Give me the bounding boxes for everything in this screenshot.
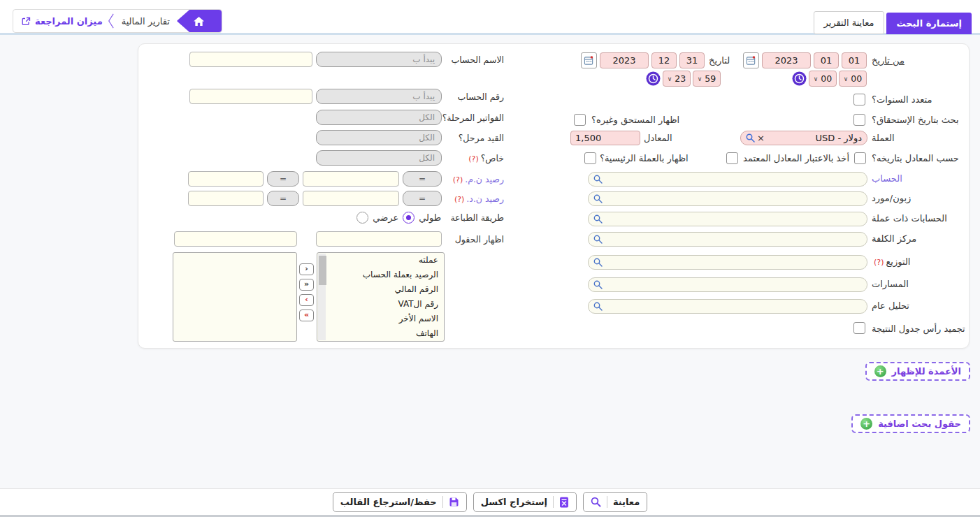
tab-report-preview[interactable]: معاينة التقرير [814, 11, 885, 34]
move-all-left-button[interactable]: « [299, 279, 314, 291]
multi-years-checkbox[interactable] [853, 94, 865, 105]
external-link-icon[interactable] [22, 17, 31, 26]
paths-label: المسارات [872, 279, 909, 289]
from-calendar-button[interactable] [743, 52, 759, 68]
freeze-result-header-checkbox[interactable] [853, 322, 865, 334]
list-item[interactable]: عملته [326, 253, 444, 268]
list-item[interactable]: الرقم المالي [326, 282, 444, 297]
search-icon[interactable] [593, 175, 603, 184]
by-equivalent-date-checkbox[interactable] [854, 152, 866, 164]
due-date-search-checkbox[interactable] [853, 114, 865, 126]
to-calendar-button[interactable] [581, 52, 597, 68]
balance-nm-value2-input[interactable] [188, 171, 264, 187]
show-main-currency-label: اظهار بالعملة الرئيسية؟ [600, 153, 689, 163]
search-form-panel: من تاريخ 01 01 2023 00∨ 00∨ [138, 43, 970, 349]
balance-nm-operator1-select[interactable]: = [403, 171, 442, 187]
breadcrumb-section[interactable]: تقارير المالية [119, 16, 173, 27]
help-hint[interactable]: (?) [453, 175, 463, 184]
divider [607, 496, 607, 508]
to-day-input[interactable]: 31 [679, 52, 705, 68]
account-name-match-select[interactable]: يبدأ ب [316, 52, 442, 67]
balance-nd-value1-input[interactable] [303, 191, 399, 206]
from-time-clock-button[interactable] [792, 71, 807, 86]
show-due-checkbox[interactable] [574, 114, 586, 126]
breadcrumb-page[interactable]: ميزان المراجعة [35, 16, 103, 27]
list-item[interactable]: الرصيد بعملة الحساب [326, 268, 444, 282]
to-month-input[interactable]: 12 [651, 52, 677, 68]
search-icon[interactable] [593, 280, 603, 289]
currency-accounts-search-input[interactable] [588, 212, 867, 226]
account-number-match-select[interactable]: يبدأ ب [316, 89, 442, 104]
equivalent-options-group: أخذ بالاعتبار المعادل المعتمد [726, 152, 866, 164]
cost-center-search-input[interactable] [588, 232, 867, 247]
balance-nd-operator2-select[interactable]: = [267, 191, 299, 206]
from-date-label[interactable]: من تاريخ [872, 55, 905, 66]
clear-icon[interactable]: × [757, 133, 765, 143]
extra-search-fields-button[interactable]: حقول بحث اضافية + [851, 414, 970, 433]
balance-nd-label: رصيد ن.د.(?) [445, 194, 504, 204]
from-month-input[interactable]: 01 [814, 52, 839, 68]
to-year-input[interactable]: 2023 [600, 52, 649, 68]
to-time-clock-button[interactable] [646, 71, 661, 86]
divider [553, 496, 554, 508]
help-hint[interactable]: (?) [468, 154, 478, 163]
search-icon[interactable] [593, 258, 603, 267]
consider-approved-equivalent-checkbox[interactable] [726, 152, 738, 164]
from-year-input[interactable]: 2023 [762, 52, 811, 68]
search-icon[interactable] [593, 194, 603, 203]
export-excel-button[interactable]: إستخراج اكسل [473, 492, 577, 512]
preview-button[interactable]: معاينة [583, 492, 647, 512]
chevron-down-icon: ∨ [844, 75, 849, 82]
scrollbar[interactable] [318, 254, 326, 340]
consider-approved-equivalent-label: أخذ بالاعتبار المعادل المعتمد [743, 153, 849, 163]
paths-search-input[interactable] [588, 277, 867, 292]
general-analysis-search-input[interactable] [588, 299, 867, 314]
distribution-search-input[interactable] [588, 255, 867, 270]
from-minute-select[interactable]: 00∨ [839, 71, 867, 87]
search-icon[interactable] [593, 302, 603, 311]
scrollbar-thumb[interactable] [319, 256, 326, 285]
move-left-button[interactable]: ‹ [299, 263, 314, 275]
list-item[interactable]: رقم الVAT [326, 297, 444, 312]
balance-nm-value1-input[interactable] [303, 171, 399, 187]
list-item[interactable]: الهاتف [326, 326, 444, 341]
to-hour-select[interactable]: 23∨ [663, 71, 691, 87]
from-day-input[interactable]: 01 [842, 52, 867, 68]
show-fields-input[interactable] [316, 231, 442, 247]
search-icon[interactable] [593, 235, 603, 244]
chevron-down-icon: ∨ [814, 75, 819, 82]
account-name-row: الاسم الحساب يبدأ ب [189, 52, 504, 67]
move-all-right-button[interactable]: » [299, 310, 314, 321]
balance-nd-value2-input[interactable] [188, 191, 264, 206]
to-minute-select[interactable]: 59∨ [693, 71, 721, 87]
balance-nm-operator2-select[interactable]: = [267, 171, 299, 187]
search-icon[interactable] [746, 133, 755, 143]
show-main-currency-checkbox[interactable] [584, 152, 596, 164]
customer-supplier-search-input[interactable] [588, 191, 867, 206]
home-button[interactable] [177, 10, 222, 32]
selected-fields-filter-input[interactable] [174, 231, 297, 247]
currency-search-input[interactable]: دولار - USD × [740, 131, 867, 145]
equivalent-input[interactable]: 1,500 [570, 131, 640, 145]
save-template-button[interactable]: حفظ/استرجاع القالب [333, 492, 467, 512]
help-hint[interactable]: (?) [874, 258, 884, 267]
print-portrait-radio[interactable] [403, 212, 415, 224]
available-fields-list[interactable]: عملته الرصيد بعملة الحساب الرقم المالي ر… [317, 252, 445, 342]
account-search-input[interactable] [588, 172, 867, 187]
tab-search-form[interactable]: إستمارة البحث [886, 13, 972, 34]
selected-fields-list[interactable] [173, 252, 297, 342]
columns-to-show-button[interactable]: الأعمدة للإظهار + [865, 362, 970, 381]
account-name-input[interactable] [189, 52, 312, 67]
search-icon[interactable] [593, 214, 603, 224]
move-right-button[interactable]: › [299, 294, 314, 306]
equivalent-label: المعادل [644, 133, 672, 143]
account-number-input[interactable] [189, 89, 312, 104]
help-hint[interactable]: (?) [454, 195, 464, 204]
posted-invoices-select[interactable]: الكل [316, 110, 442, 125]
print-landscape-radio[interactable] [356, 212, 368, 224]
entry-posted-select[interactable]: الكل [316, 130, 442, 145]
from-hour-select[interactable]: 00∨ [809, 71, 837, 87]
list-item[interactable]: الاسم الأخر [326, 312, 444, 326]
private-select[interactable]: الكل [316, 150, 442, 166]
balance-nd-operator1-select[interactable]: = [403, 191, 442, 206]
